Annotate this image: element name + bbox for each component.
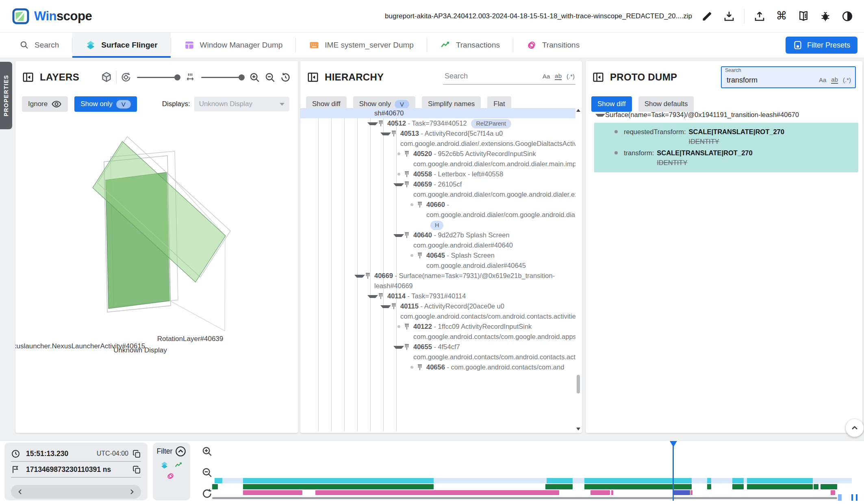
tree-node-40512[interactable]: 40512 - Task=7934#40512RelZParent: [300, 118, 575, 128]
edit-icon[interactable]: [700, 9, 714, 23]
pin-icon[interactable]: [404, 179, 413, 188]
tree-node-40659[interactable]: 40659 - 26105cf com.google.android.diale…: [300, 179, 575, 200]
pin-icon[interactable]: [404, 342, 413, 351]
rotation-slider[interactable]: [137, 77, 179, 78]
timeline-cursor[interactable]: [673, 441, 674, 501]
timeline-segment-surface-flinger[interactable]: [747, 478, 813, 483]
scroll-up-icon[interactable]: [576, 109, 580, 112]
tree-node-40645[interactable]: 40645 - Splash Screen com.google.android…: [300, 250, 575, 271]
ns-time-value[interactable]: 1713469873230110391 ns: [26, 465, 111, 474]
tab-search[interactable]: Search: [7, 33, 72, 58]
timeline-segment-transitions[interactable]: [315, 490, 559, 495]
expander-icon[interactable]: [393, 230, 404, 237]
layers-3d-viewport[interactable]: RotationLayer#40639xuslauncher.NexusLaun…: [15, 109, 298, 433]
expander-icon[interactable]: [354, 271, 365, 278]
hierarchy-scrollbar[interactable]: [576, 108, 581, 431]
copy-icon[interactable]: [132, 465, 141, 474]
spacing-slider[interactable]: [201, 77, 243, 78]
filter-transactions-icon[interactable]: [174, 461, 183, 469]
match-word-icon[interactable]: ab: [555, 72, 562, 80]
timeline-scroll-marker[interactable]: [851, 494, 853, 501]
pin-icon[interactable]: [404, 230, 413, 239]
upload-icon[interactable]: [753, 9, 766, 23]
match-case-icon[interactable]: Aa: [819, 76, 826, 83]
timeline-segment-surface-flinger[interactable]: [584, 478, 692, 483]
tab-ime[interactable]: IME system_server Dump: [296, 33, 427, 58]
properties-side-tab[interactable]: PROPERTIES: [0, 62, 12, 129]
filter-transitions-icon[interactable]: [166, 472, 175, 480]
expander-icon[interactable]: [393, 342, 404, 349]
timeline-segment-surface-flinger[interactable]: [215, 478, 222, 483]
scroll-down-icon[interactable]: [576, 428, 580, 430]
hierarchy-search-field[interactable]: Aa ab (.*): [443, 70, 575, 85]
shortcuts-icon[interactable]: ⌘: [775, 9, 788, 23]
timeline-zoom-out-icon[interactable]: [201, 466, 213, 478]
timeline-segment-transitions[interactable]: [673, 490, 690, 495]
pin-icon[interactable]: [417, 362, 426, 371]
3d-view-icon[interactable]: [100, 71, 113, 83]
collapse-panel-icon[interactable]: [307, 71, 319, 83]
report-bug-icon[interactable]: [818, 9, 832, 23]
timeline-scroll-marker[interactable]: [856, 494, 857, 501]
timeline-segment-surface-flinger[interactable]: [547, 478, 573, 483]
tree-node-40513[interactable]: 40513 - ActivityRecord{5c7f14a u0 com.go…: [300, 128, 575, 149]
regex-icon[interactable]: (.*): [567, 73, 575, 80]
collapse-filter-icon[interactable]: [175, 446, 186, 457]
proto-search-field[interactable]: Search Aa ab (.*): [721, 66, 856, 88]
tab-transactions[interactable]: Transactions: [427, 33, 513, 58]
pin-icon[interactable]: [417, 200, 426, 209]
timeline-segment-transactions[interactable]: [747, 484, 813, 489]
timeline-segment-surface-flinger[interactable]: [732, 478, 744, 483]
pin-icon[interactable]: [378, 118, 387, 127]
pin-icon[interactable]: [417, 250, 426, 259]
timeline-segment-surface-flinger[interactable]: [243, 478, 434, 483]
next-entry-icon[interactable]: [128, 488, 136, 496]
proto-root-node[interactable]: Surface(name=Task=7934)/@0x1941191_trans…: [586, 109, 862, 120]
timeline-segment-transactions[interactable]: [707, 484, 711, 489]
match-case-icon[interactable]: Aa: [543, 73, 550, 80]
collapse-panel-icon[interactable]: [592, 71, 604, 83]
pin-icon[interactable]: [365, 271, 374, 280]
tab-transitions[interactable]: Transitions: [513, 33, 593, 58]
timeline-segment-transactions[interactable]: [584, 484, 692, 489]
filter-surface-flinger-icon[interactable]: [160, 461, 169, 469]
dark-mode-icon[interactable]: [840, 9, 854, 23]
pin-icon[interactable]: [391, 301, 400, 310]
proto-search-input[interactable]: [726, 76, 792, 85]
tree-node-40669[interactable]: 40669 - Surface(name=Task=7931)/@0x619e2…: [300, 271, 575, 291]
documentation-icon[interactable]: [797, 9, 810, 23]
tab-window-manager[interactable]: Window Manager Dump: [171, 33, 296, 58]
tree-node-40558[interactable]: 40558 - Letterbox - left#40558: [300, 169, 575, 179]
human-time-value[interactable]: 15:51:13.230: [26, 450, 68, 458]
tree-node-selected[interactable]: sh#40670: [300, 108, 575, 118]
pin-icon[interactable]: [378, 291, 387, 300]
tab-surface-flinger[interactable]: Surface Flinger: [72, 33, 170, 58]
timeline-segment-transactions[interactable]: [732, 484, 744, 489]
expand-timeline-button[interactable]: [846, 419, 864, 437]
timeline-segment-transitions[interactable]: [243, 490, 303, 495]
tree-node-40640[interactable]: 40640 - 9d2d27b Splash Screen com.google…: [300, 230, 575, 250]
regex-icon[interactable]: (.*): [843, 76, 851, 83]
timeline-segment-transactions[interactable]: [243, 484, 434, 489]
prev-entry-icon[interactable]: [16, 488, 24, 496]
tree-node-40660[interactable]: 40660 - com.google.android.dialer/com.go…: [300, 200, 575, 230]
expander-icon[interactable]: [380, 128, 391, 135]
tree-node-40122[interactable]: 40122 - 1ffcc09 ActivityRecordInputSink …: [300, 322, 575, 342]
reset-view-icon[interactable]: [280, 72, 291, 83]
timeline-segment-transitions[interactable]: [690, 490, 693, 495]
filter-presets-button[interactable]: Filter Presets: [786, 37, 857, 54]
copy-icon[interactable]: [132, 450, 141, 458]
spacing-slider-handle[interactable]: [239, 74, 245, 80]
rotation-slider-handle[interactable]: [174, 74, 180, 80]
timeline-segment-transitions[interactable]: [831, 490, 835, 495]
timeline-zoom-in-icon[interactable]: [201, 445, 213, 457]
expander-icon[interactable]: [595, 110, 605, 117]
hierarchy-search-input[interactable]: [444, 72, 514, 81]
download-icon[interactable]: [722, 9, 736, 23]
pin-icon[interactable]: [404, 149, 413, 158]
tree-node-40655[interactable]: 40655 - 4f54cf7 com.google.android.conta…: [300, 342, 575, 362]
timeline-segment-transactions[interactable]: [814, 484, 819, 489]
pin-icon[interactable]: [404, 169, 413, 178]
zoom-in-icon[interactable]: [249, 72, 261, 83]
timeline-segment-transactions[interactable]: [545, 484, 573, 489]
